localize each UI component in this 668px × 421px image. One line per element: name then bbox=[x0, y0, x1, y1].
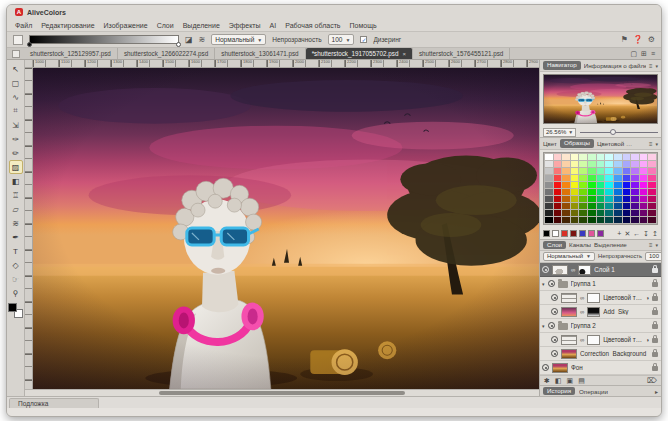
gray-swatch[interactable] bbox=[545, 175, 553, 181]
recent-color-swatch[interactable] bbox=[552, 230, 559, 237]
color-swatch[interactable] bbox=[579, 168, 587, 174]
color-swatch[interactable] bbox=[579, 182, 587, 188]
color-swatch[interactable] bbox=[597, 154, 605, 160]
gradient-preview[interactable] bbox=[29, 35, 179, 44]
move-tool[interactable]: ↖ bbox=[9, 62, 23, 76]
color-swatch[interactable] bbox=[631, 154, 639, 160]
color-swatch[interactable] bbox=[605, 154, 613, 160]
color-swatch[interactable] bbox=[562, 161, 570, 167]
shape-tool[interactable]: ◇ bbox=[9, 258, 23, 272]
color-swatch[interactable] bbox=[562, 203, 570, 209]
horizontal-scrollbar-thumb[interactable] bbox=[159, 391, 406, 395]
blend-mode-select[interactable]: Нормальный ▼ bbox=[211, 34, 266, 45]
tab-channels[interactable]: Каналы bbox=[569, 241, 591, 248]
color-swatch[interactable] bbox=[640, 161, 648, 167]
layer-opacity-select[interactable]: 100 ▼ bbox=[645, 252, 662, 261]
layer-mask-thumbnail[interactable] bbox=[587, 307, 600, 317]
color-swatch[interactable] bbox=[631, 196, 639, 202]
color-swatch[interactable] bbox=[614, 203, 622, 209]
color-swatch[interactable] bbox=[623, 210, 631, 216]
disclosure-icon[interactable]: ▾ bbox=[542, 281, 545, 287]
color-swatch[interactable] bbox=[562, 168, 570, 174]
layer-row[interactable]: Correction_Background bbox=[540, 347, 661, 361]
visibility-toggle[interactable] bbox=[551, 350, 558, 357]
menu-item-ai[interactable]: AI bbox=[270, 22, 277, 29]
canvas-image[interactable] bbox=[33, 68, 539, 389]
smudge-tool[interactable]: ≋ bbox=[9, 216, 23, 230]
layer-mask-thumbnail[interactable] bbox=[587, 293, 600, 303]
color-swatch[interactable] bbox=[597, 161, 605, 167]
documents-home-button[interactable] bbox=[12, 50, 20, 58]
color-swatch[interactable] bbox=[614, 189, 622, 195]
mask-link-icon[interactable]: ∞ bbox=[580, 295, 584, 301]
transform-tool[interactable]: ⇲ bbox=[9, 118, 23, 132]
gray-swatch[interactable] bbox=[545, 203, 553, 209]
export-swatches-button[interactable]: ↥ bbox=[652, 230, 658, 237]
menu-item-редактирование[interactable]: Редактирование bbox=[41, 22, 94, 29]
color-swatch[interactable] bbox=[648, 182, 656, 188]
gradient-type-icon[interactable]: ◪ bbox=[185, 36, 193, 44]
document-tab[interactable]: *shutterstock_1917055702.psd× bbox=[306, 48, 413, 59]
crop-tool[interactable]: ⌗ bbox=[9, 104, 23, 118]
document-tab[interactable]: shutterstock_13061471.psd bbox=[215, 48, 305, 59]
color-swatch[interactable] bbox=[631, 161, 639, 167]
recent-color-swatch[interactable] bbox=[597, 230, 604, 237]
color-swatch[interactable] bbox=[562, 175, 570, 181]
gradient-tool[interactable]: ▨ bbox=[9, 160, 23, 174]
layer-mask-button[interactable]: ◧ bbox=[555, 377, 562, 384]
color-swatch[interactable] bbox=[648, 196, 656, 202]
color-swatch[interactable] bbox=[554, 182, 562, 188]
panel-menu-icon[interactable]: ≡ bbox=[649, 63, 653, 69]
mask-link-icon[interactable]: ∞ bbox=[580, 309, 584, 315]
gradient-stop-end[interactable] bbox=[176, 42, 181, 47]
color-swatch[interactable] bbox=[554, 168, 562, 174]
tab-list-icon[interactable]: ≡ bbox=[651, 50, 655, 57]
lock-icon[interactable] bbox=[652, 310, 658, 315]
color-swatch[interactable] bbox=[605, 203, 613, 209]
color-swatch[interactable] bbox=[614, 196, 622, 202]
color-swatch[interactable] bbox=[648, 154, 656, 160]
color-swatch[interactable] bbox=[597, 217, 605, 223]
lock-icon[interactable] bbox=[652, 366, 658, 371]
panel-menu-icon[interactable]: ≡ bbox=[649, 242, 653, 248]
color-swatch[interactable] bbox=[640, 210, 648, 216]
layer-row[interactable]: ∞Слой 1 bbox=[540, 263, 661, 277]
chevron-down-icon[interactable]: ▾ bbox=[655, 242, 658, 248]
color-swatch[interactable] bbox=[588, 217, 596, 223]
color-swatch[interactable] bbox=[614, 210, 622, 216]
lock-icon[interactable] bbox=[652, 352, 658, 357]
dithering-checkbox[interactable]: ✓ bbox=[360, 36, 367, 43]
lasso-tool[interactable]: ∿ bbox=[9, 90, 23, 104]
close-icon[interactable]: × bbox=[402, 51, 406, 57]
color-swatch[interactable] bbox=[571, 203, 579, 209]
layer-row[interactable]: ▾Группа 1 bbox=[540, 277, 661, 291]
disclosure-icon[interactable]: ▾ bbox=[542, 323, 545, 329]
chevron-down-icon[interactable]: ▾ bbox=[655, 63, 658, 69]
color-swatch[interactable] bbox=[605, 168, 613, 174]
color-swatch[interactable] bbox=[623, 154, 631, 160]
color-swatch[interactable] bbox=[571, 217, 579, 223]
gray-swatch[interactable] bbox=[545, 182, 553, 188]
color-swatch[interactable] bbox=[597, 189, 605, 195]
color-swatch[interactable] bbox=[579, 161, 587, 167]
color-swatch[interactable] bbox=[614, 168, 622, 174]
color-swatch[interactable] bbox=[579, 210, 587, 216]
color-swatch[interactable] bbox=[571, 182, 579, 188]
tab-color[interactable]: Цвет bbox=[543, 140, 557, 147]
color-swatch[interactable] bbox=[631, 182, 639, 188]
brush-tool[interactable]: ✏ bbox=[9, 146, 23, 160]
hand-tool[interactable]: ☞ bbox=[9, 272, 23, 286]
stamp-tool[interactable]: ♖ bbox=[9, 188, 23, 202]
color-swatch[interactable] bbox=[597, 182, 605, 188]
color-swatch[interactable] bbox=[648, 175, 656, 181]
document-tab[interactable]: shutterstock_1576455121.psd bbox=[413, 48, 510, 59]
tab-file-info[interactable]: Информация о файле bbox=[584, 62, 646, 69]
tab-layers[interactable]: Слои bbox=[543, 241, 566, 249]
layer-thumbnail[interactable] bbox=[552, 363, 568, 373]
color-swatch[interactable] bbox=[640, 154, 648, 160]
color-swatch[interactable] bbox=[623, 168, 631, 174]
color-swatch[interactable] bbox=[640, 189, 648, 195]
layer-thumbnail[interactable] bbox=[561, 307, 577, 317]
lock-icon[interactable] bbox=[652, 268, 658, 273]
layer-thumbnail[interactable] bbox=[561, 293, 577, 303]
